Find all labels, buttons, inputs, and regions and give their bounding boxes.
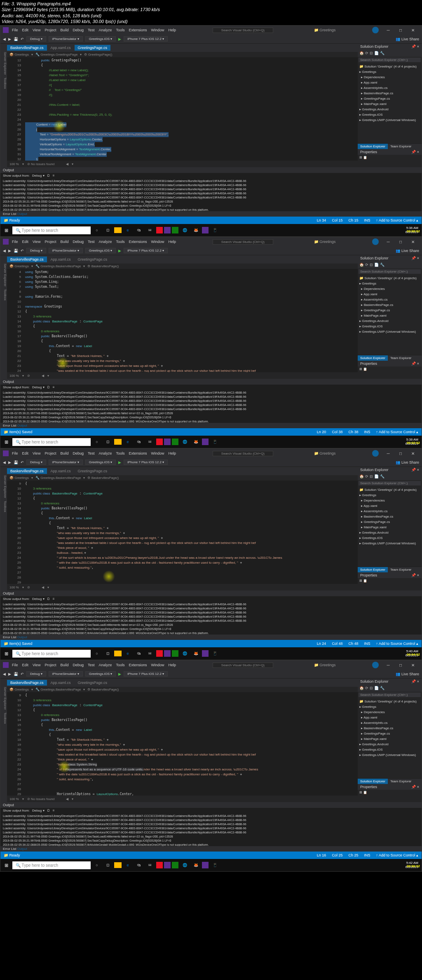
save-icon[interactable]: 💾 — [14, 249, 18, 253]
app-icon[interactable] — [164, 439, 171, 445]
nav-fwd-icon[interactable]: ▶ — [8, 672, 11, 676]
target-combo[interactable]: iPhone 7 Plus iOS 12.2 ▾ — [124, 248, 168, 253]
output-content[interactable]: Loaded assembly: /Users/cindyowens/Libra… — [0, 390, 422, 423]
app-icon[interactable] — [164, 227, 171, 233]
tree-item[interactable]: ▸ Dependencies — [359, 498, 420, 503]
tree-item[interactable]: ▸ BaskervillesPage.cs — [359, 302, 420, 308]
toggle-icon[interactable]: ≡ — [53, 809, 55, 812]
simulator-icon[interactable]: 📱 — [210, 860, 220, 870]
error-list-tab[interactable]: Error List — [3, 847, 16, 851]
menu-help[interactable]: Help — [169, 663, 176, 667]
startup-combo[interactable]: Greetings.iOS ▾ — [85, 671, 116, 677]
tree-item[interactable]: ▸ BaskervillesPage.cs — [359, 514, 420, 519]
file-tab[interactable]: BaskervillesPage.cs — [7, 257, 47, 262]
output-source-combo[interactable]: Debug ▾ — [32, 597, 45, 601]
collapse-icon[interactable]: ⊟ — [370, 263, 373, 267]
tree-item[interactable]: ▸ Greetings.Android — [359, 318, 420, 324]
menu-window[interactable]: Window — [151, 663, 164, 667]
sol-search[interactable]: Search Solution Explorer (Ctrl+;) — [359, 58, 421, 62]
output-source-combo[interactable]: Debug ▾ — [32, 809, 45, 812]
app-icon[interactable] — [164, 650, 171, 657]
code-editor[interactable]: 4567891011121314151617181920212223242526… — [7, 269, 358, 372]
live-share-button[interactable]: 👥 Live Share — [396, 672, 419, 676]
properties-icon[interactable]: 🔧 — [380, 686, 384, 690]
properties-icon[interactable]: 🔧 — [380, 263, 384, 267]
app-icon[interactable] — [156, 227, 163, 233]
taskbar-search[interactable]: 🔍 Type here to search — [12, 861, 91, 869]
menu-edit[interactable]: Edit — [22, 240, 29, 244]
close-icon[interactable]: ✕ — [407, 28, 419, 33]
play-icon[interactable]: ▶ — [118, 672, 121, 676]
error-list-tab[interactable]: Error List — [3, 635, 16, 639]
tree-item[interactable]: ▸ Greetings.iOS — [359, 747, 420, 752]
sol-search[interactable]: Search Solution Explorer (Ctrl+;) — [359, 693, 421, 697]
sol-root[interactable]: 📁 Solution 'Greetings' (4 of 4 projects) — [359, 275, 420, 281]
file-tab[interactable]: GreetingsPage.cs — [75, 45, 111, 51]
file-tab[interactable]: App.xaml.cs — [47, 45, 75, 51]
chrome-icon[interactable]: 🌐 — [180, 437, 190, 447]
startup-combo[interactable]: Greetings.iOS ▾ — [85, 248, 116, 253]
chrome-icon[interactable]: 🌐 — [180, 225, 190, 235]
menu-edit[interactable]: Edit — [22, 663, 29, 667]
tree-item[interactable]: ▸ Greetings — [359, 69, 420, 75]
tree-item[interactable]: ▸ Greetings — [359, 492, 420, 498]
taskview-icon[interactable]: ⊡ — [103, 225, 113, 235]
tree-item[interactable]: ▸ Greetings.UWP (Universal Windows) — [359, 541, 420, 546]
maximize-icon[interactable]: □ — [394, 240, 407, 244]
refresh-icon[interactable]: ⟳ — [365, 474, 368, 478]
home-icon[interactable]: 🏠 — [359, 51, 364, 55]
menu-window[interactable]: Window — [151, 240, 164, 244]
tree-item[interactable]: ▸ App.xaml — [359, 80, 420, 85]
breadcrumb-part[interactable]: 🔧 Greetings.BaskervillesPage — [35, 688, 81, 691]
toggle-icon[interactable]: ≡ — [53, 597, 55, 601]
tree-item[interactable]: ▸ Greetings.UWP (Universal Windows) — [359, 329, 420, 334]
menu-analyze[interactable]: Analyze — [98, 240, 112, 244]
config-combo[interactable]: Debug ▾ — [26, 36, 46, 42]
properties-icon[interactable]: 🔧 — [380, 474, 384, 478]
breadcrumb-part[interactable]: ⚙ BaskervillesPage() — [87, 688, 119, 691]
menu-help[interactable]: Help — [169, 451, 176, 455]
target-combo[interactable]: iPhone 7 Plus iOS 12.2 ▾ — [124, 460, 168, 465]
explorer-icon[interactable] — [114, 227, 122, 233]
menu-tools[interactable]: Tools — [116, 663, 125, 667]
menu-project[interactable]: Project — [45, 663, 56, 667]
explorer-icon[interactable] — [114, 651, 122, 656]
close-icon[interactable]: ✕ — [407, 240, 419, 244]
pin-icon[interactable]: 📌 × — [411, 468, 419, 472]
file-tab[interactable]: GreetingsPage.cs — [75, 680, 111, 686]
menu-analyze[interactable]: Analyze — [98, 663, 112, 667]
app-icon[interactable] — [172, 439, 178, 445]
store-icon[interactable]: 🛍 — [134, 225, 144, 235]
tree-item[interactable]: ▸ GreetingsPage.cs — [359, 519, 420, 525]
sol-tab[interactable]: Team Explorer — [388, 144, 414, 149]
tree-item[interactable]: ▸ BaskervillesPage.cs — [359, 91, 420, 96]
vs-icon[interactable] — [202, 439, 209, 445]
minimize-icon[interactable]: ─ — [382, 663, 394, 667]
tree-item[interactable]: ▸ Greetings.Android — [359, 742, 420, 747]
user-badge-icon[interactable] — [372, 662, 379, 668]
tree-item[interactable]: ▸ App.xaml — [359, 715, 420, 720]
menu-analyze[interactable]: Analyze — [98, 28, 112, 32]
menu-window[interactable]: Window — [151, 28, 164, 32]
save-icon[interactable]: 💾 — [14, 460, 18, 464]
taskbar-search[interactable]: 🔍 Type here to search — [12, 650, 91, 658]
tree-item[interactable]: ▸ MainPage.xaml — [359, 736, 420, 742]
code-content[interactable]: { 3 references public class Baskervilles… — [23, 692, 358, 796]
mail-icon[interactable]: ✉ — [145, 860, 155, 870]
toggle-icon[interactable]: ≡ — [53, 174, 55, 177]
file-tab[interactable]: BaskervillesPage.cs — [7, 680, 47, 686]
firefox-icon[interactable]: 🦊 — [191, 860, 201, 870]
refresh-icon[interactable]: ⟳ — [365, 263, 368, 267]
left-tool-tabs[interactable]: Server Explorer Toolbox — [0, 44, 7, 167]
file-tab[interactable]: App.xaml.cs — [47, 680, 75, 686]
props-sort-icon[interactable]: ⊞ 📋 — [359, 156, 367, 159]
menu-view[interactable]: View — [33, 663, 40, 667]
refresh-icon[interactable]: ⟳ — [365, 686, 368, 690]
app-icon[interactable] — [172, 227, 178, 233]
cortana-icon[interactable]: ○ — [92, 437, 102, 447]
menu-extensions[interactable]: Extensions — [129, 240, 147, 244]
tree-item[interactable]: ▸ Greetings.UWP (Universal Windows) — [359, 117, 420, 123]
cortana-icon[interactable]: ○ — [92, 225, 102, 235]
undo-icon[interactable]: ↶ — [21, 672, 24, 676]
sol-tab[interactable]: Solution Explorer — [358, 779, 388, 784]
